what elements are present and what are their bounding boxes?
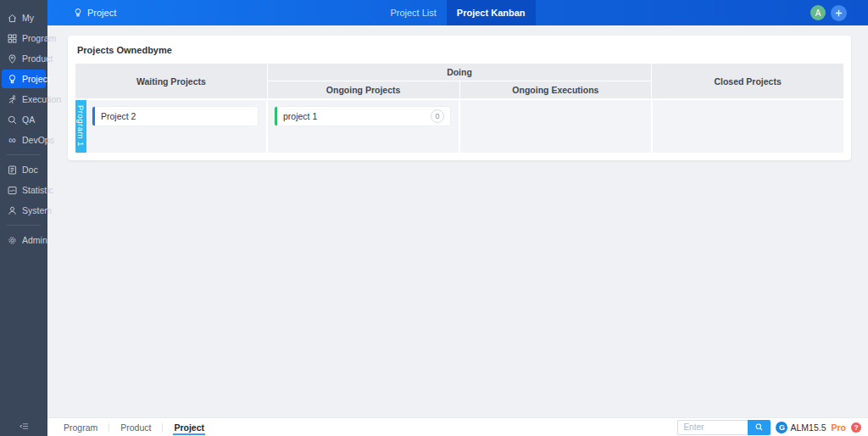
- user-icon: [7, 205, 18, 216]
- sidebar-item-devops[interactable]: ∞ DevOps: [2, 131, 46, 149]
- sidebar-item-my[interactable]: My: [2, 8, 46, 27]
- lane-cell-waiting: Project 2: [75, 100, 266, 153]
- sidebar-item-label: Doc: [22, 165, 38, 175]
- main-content: Projects Ownedbyme Waiting Projects Doin…: [47, 25, 868, 417]
- sidebar-item-label: System: [22, 205, 52, 215]
- sidebar-item-label: Statistic: [22, 185, 53, 195]
- sidebar-item-doc[interactable]: Doc: [2, 160, 46, 179]
- avatar[interactable]: A: [810, 5, 826, 20]
- chart-icon: [7, 185, 18, 196]
- kanban-header: Waiting Projects Doing Closed Projects O…: [75, 64, 843, 98]
- lane-cell-ongoing-projects: project 1 0: [268, 100, 459, 153]
- lane-cell-closed: [653, 100, 843, 153]
- search-icon: [754, 422, 764, 432]
- brand-version-label: ALM15.5: [790, 422, 826, 433]
- topbar-app-title: Project: [73, 8, 116, 18]
- project-balloon-icon: [7, 74, 18, 85]
- column-header-waiting-projects: Waiting Projects: [75, 64, 267, 98]
- kanban-title: Projects Ownedbyme: [75, 42, 843, 64]
- sidebar-divider: [7, 154, 41, 155]
- search-button[interactable]: [748, 420, 771, 435]
- bottom-bar: Program Product Project G ALM15.5 Pro ?: [47, 417, 868, 436]
- sidebar-item-label: Admin: [22, 235, 47, 245]
- execution-count-badge: 0: [431, 109, 444, 123]
- sidebar-nav: My Program Product Project Execution QA …: [0, 0, 47, 249]
- sidebar-item-program[interactable]: Program: [2, 29, 46, 48]
- sidebar: My Program Product Project Execution QA …: [0, 0, 47, 436]
- column-header-ongoing-projects: Ongoing Projects: [268, 81, 459, 98]
- add-button[interactable]: [831, 5, 847, 21]
- bottom-tab-project[interactable]: Project: [163, 418, 215, 436]
- runner-icon: [7, 94, 18, 105]
- project-balloon-icon: [73, 8, 83, 18]
- lane-cell-ongoing-executions: [460, 100, 651, 153]
- sidebar-item-label: QA: [22, 115, 35, 125]
- topbar-title-label: Project: [87, 8, 116, 18]
- sidebar-item-label: My: [22, 13, 34, 23]
- home-icon: [7, 13, 18, 24]
- kanban-lane: Program 1 Project 2 project 1 0: [75, 100, 843, 153]
- document-icon: [7, 165, 18, 176]
- topbar-tabs: Project List Project Kanban: [47, 0, 868, 25]
- sidebar-item-product[interactable]: Product: [2, 49, 46, 68]
- tab-project-list[interactable]: Project List: [380, 0, 446, 25]
- sidebar-item-label: DevOps: [22, 135, 54, 145]
- column-header-ongoing-executions: Ongoing Executions: [460, 81, 652, 98]
- magnifier-icon: [7, 115, 18, 126]
- help-badge[interactable]: ?: [851, 422, 861, 433]
- lane-label[interactable]: Program 1: [75, 100, 86, 153]
- sidebar-item-admin[interactable]: Admin: [2, 231, 46, 249]
- collapse-menu-icon[interactable]: [0, 421, 47, 432]
- project-card-title: project 1: [283, 111, 317, 121]
- sidebar-item-label: Program: [22, 33, 56, 43]
- project-card[interactable]: project 1 0: [275, 107, 450, 126]
- bottom-bar-right: G ALM15.5 Pro ?: [677, 420, 861, 435]
- sidebar-item-label: Execution: [22, 94, 61, 104]
- plus-icon: [833, 8, 844, 19]
- sidebar-item-project[interactable]: Project: [2, 70, 46, 88]
- grid-icon: [7, 33, 18, 44]
- brand: G ALM15.5: [776, 422, 826, 433]
- sidebar-item-label: Project: [22, 74, 50, 84]
- sidebar-item-statistic[interactable]: Statistic: [2, 181, 46, 199]
- zentao-logo-icon: G: [776, 422, 787, 433]
- sidebar-item-system[interactable]: System: [2, 201, 46, 220]
- topbar-actions: A: [810, 5, 847, 21]
- column-header-closed-projects: Closed Projects: [652, 64, 843, 98]
- sidebar-divider: [7, 225, 41, 226]
- edition-label: Pro: [831, 422, 846, 433]
- kanban-panel: Projects Ownedbyme Waiting Projects Doin…: [68, 36, 851, 160]
- topbar: Project Project List Project Kanban A: [47, 0, 868, 25]
- product-pin-icon: [7, 53, 18, 64]
- gear-icon: [7, 235, 18, 246]
- sidebar-item-execution[interactable]: Execution: [2, 90, 46, 109]
- tab-project-kanban[interactable]: Project Kanban: [447, 0, 536, 25]
- project-card[interactable]: Project 2: [92, 107, 258, 126]
- sidebar-item-qa[interactable]: QA: [2, 110, 46, 129]
- project-card-title: Project 2: [101, 111, 136, 121]
- search-box: [677, 420, 771, 435]
- column-header-doing: Doing: [268, 64, 652, 81]
- bottom-tab-product[interactable]: Product: [109, 418, 162, 436]
- sidebar-item-label: Product: [22, 53, 53, 64]
- bottom-tab-program[interactable]: Program: [53, 418, 108, 436]
- infinity-icon: ∞: [7, 135, 18, 146]
- search-input[interactable]: [677, 420, 748, 435]
